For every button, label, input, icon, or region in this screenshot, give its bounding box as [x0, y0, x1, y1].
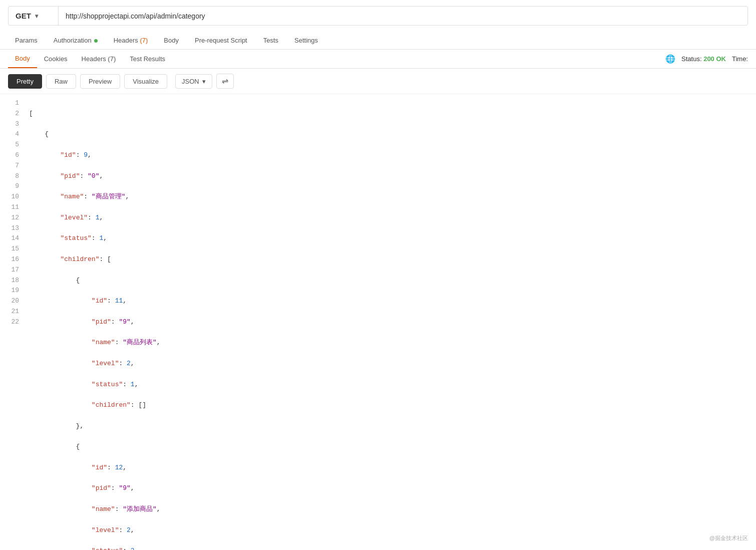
- url-bar: GET ▾: [8, 6, 748, 26]
- tab-authorization[interactable]: Authorization: [47, 32, 105, 49]
- tab-response-body[interactable]: Body: [8, 50, 37, 68]
- auth-active-dot: [94, 39, 98, 43]
- tab-headers[interactable]: Headers (7): [107, 32, 155, 49]
- line-numbers: 12345 678910 1112131415 1617181920 2122: [0, 98, 25, 550]
- tab-response-headers[interactable]: Headers (7): [75, 50, 123, 68]
- method-label: GET: [16, 12, 31, 20]
- request-tabs: Params Authorization Headers (7) Body Pr…: [0, 32, 756, 50]
- status-value: 200 OK: [703, 55, 726, 63]
- time-label: Time:: [732, 55, 748, 63]
- response-body: 12345 678910 1112131415 1617181920 2122 …: [0, 94, 756, 550]
- response-tabs: Body Cookies Headers (7) Test Results 🌐 …: [0, 50, 756, 69]
- json-format-label: JSON: [182, 78, 199, 85]
- preview-button[interactable]: Preview: [80, 74, 120, 89]
- tab-cookies[interactable]: Cookies: [37, 50, 75, 68]
- json-format-dropdown[interactable]: JSON ▾: [175, 74, 212, 89]
- tab-params[interactable]: Params: [8, 32, 45, 49]
- tab-test-results[interactable]: Test Results: [123, 50, 172, 68]
- visualize-button[interactable]: Visualize: [124, 74, 167, 89]
- raw-button[interactable]: Raw: [46, 74, 76, 89]
- tab-pre-request[interactable]: Pre-request Script: [188, 32, 254, 49]
- format-toolbar: Pretty Raw Preview Visualize JSON ▾ ⇌: [0, 69, 756, 94]
- method-chevron-icon: ▾: [35, 13, 38, 20]
- tab-settings[interactable]: Settings: [287, 32, 325, 49]
- pretty-button[interactable]: Pretty: [8, 74, 42, 89]
- method-selector[interactable]: GET ▾: [9, 7, 59, 25]
- status-label: Status: 200 OK: [681, 55, 726, 63]
- tab-body[interactable]: Body: [157, 32, 186, 49]
- tab-tests[interactable]: Tests: [256, 32, 285, 49]
- globe-icon: 🌐: [665, 54, 675, 64]
- watermark: @掘金技术社区: [709, 534, 748, 542]
- json-code: [ { "id": 9, "pid": "0", "name": "商品管理",…: [25, 98, 756, 550]
- headers-badge: (7): [140, 37, 148, 44]
- response-meta: 🌐 Status: 200 OK Time:: [665, 54, 748, 64]
- wrap-button[interactable]: ⇌: [216, 74, 234, 89]
- url-input[interactable]: [59, 7, 747, 25]
- json-chevron-icon: ▾: [202, 78, 206, 85]
